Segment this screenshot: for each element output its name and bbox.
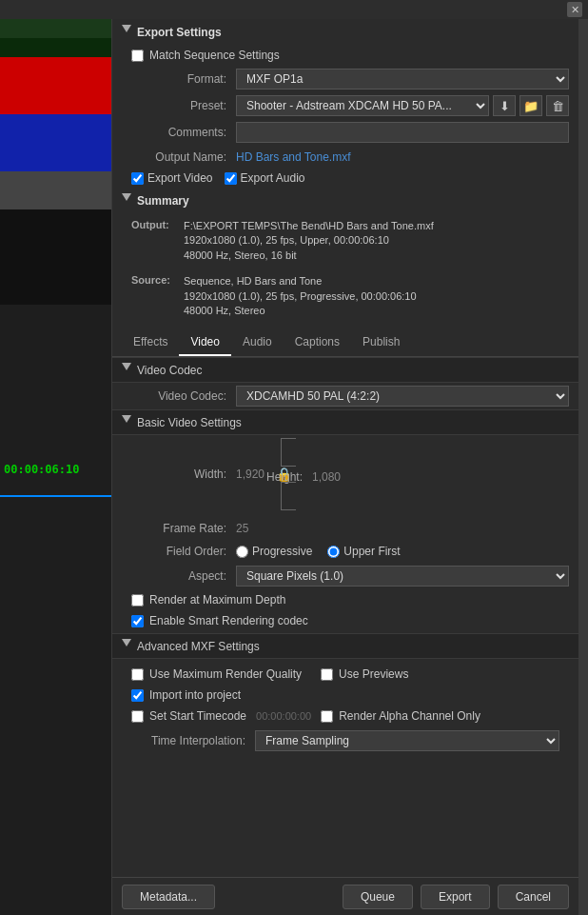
smart-rendering-label: Enable Smart Rendering codec — [149, 614, 308, 627]
export-settings-title: Export Settings — [137, 26, 222, 39]
export-video-label: Export Video — [147, 171, 213, 185]
export-button[interactable]: Export — [421, 885, 490, 909]
source-summary-label: Source: — [131, 274, 184, 318]
top-bar: ✕ — [0, 0, 588, 19]
tab-audio[interactable]: Audio — [231, 329, 284, 356]
video-preview — [0, 19, 111, 209]
comments-row: Comments: — [112, 119, 578, 146]
queue-button[interactable]: Queue — [343, 885, 413, 909]
import-project-label: Import into project — [149, 688, 241, 702]
render-max-depth-checkbox[interactable] — [131, 594, 144, 607]
export-audio-label: Export Audio — [241, 171, 305, 185]
adv-row1: Use Maximum Render Quality Use Previews — [131, 663, 569, 686]
export-audio-item: Export Audio — [225, 171, 305, 185]
width-label: Width: — [131, 467, 236, 481]
summary-title: Summary — [137, 194, 189, 208]
source-summary-value: Sequence, HD Bars and Tone 1920x1080 (1.… — [184, 274, 417, 318]
export-settings-header: Export Settings — [112, 19, 578, 45]
progressive-radio[interactable] — [236, 546, 248, 558]
time-interpolation-control: Frame Sampling Frame Blending Optical Fl… — [255, 730, 559, 751]
preset-delete-btn[interactable]: 🗑 — [546, 95, 569, 116]
frame-rate-value: 25 — [236, 522, 248, 535]
tabs-bar: Effects Video Audio Captions Publish — [112, 329, 578, 357]
main-panel: Export Settings Match Sequence Settings … — [112, 19, 578, 915]
set-start-timecode-label: Set Start Timecode — [149, 709, 246, 723]
render-alpha-label: Render Alpha Channel Only — [339, 709, 480, 723]
basic-video-title: Basic Video Settings — [137, 416, 242, 429]
export-checkboxes-row: Export Video Export Audio — [112, 169, 578, 188]
tab-video[interactable]: Video — [179, 329, 230, 356]
use-previews-checkbox[interactable] — [321, 668, 333, 681]
time-interpolation-row: Time Interpolation: Frame Sampling Frame… — [131, 727, 569, 754]
metadata-button[interactable]: Metadata... — [122, 885, 215, 909]
export-settings-toggle[interactable] — [122, 25, 131, 37]
video-codec-toggle[interactable] — [122, 363, 131, 375]
output-summary-value: F:\EXPORT TEMPS\The Bend\HD Bars and Ton… — [184, 219, 434, 263]
output-summary-label: Output: — [131, 219, 184, 263]
advanced-mxf-subsection: Advanced MXF Settings Use Maximum Render… — [112, 633, 578, 758]
match-sequence-row: Match Sequence Settings — [112, 45, 578, 66]
upper-first-radio[interactable] — [327, 546, 340, 558]
preset-select[interactable]: Shooter - Adstream XDCAM HD 50 PA... — [236, 95, 489, 116]
preset-import-btn[interactable]: 📁 — [519, 95, 542, 116]
match-sequence-checkbox[interactable] — [131, 50, 144, 62]
use-previews-label: Use Previews — [339, 667, 408, 681]
import-project-row: Import into project — [131, 686, 569, 705]
aspect-row: Aspect: Square Pixels (1.0) — [112, 563, 578, 589]
aspect-select[interactable]: Square Pixels (1.0) — [236, 566, 569, 587]
upper-first-radio-item: Upper First — [327, 545, 400, 558]
timecode-left: 00:00:06:10 — [4, 463, 79, 476]
time-interpolation-select[interactable]: Frame Sampling Frame Blending Optical Fl… — [255, 730, 559, 751]
source-summary-row: Source: Sequence, HD Bars and Tone 1920x… — [131, 272, 569, 320]
height-value: 1,080 — [312, 470, 341, 484]
summary-toggle[interactable] — [122, 193, 131, 206]
export-video-item: Export Video — [131, 171, 213, 185]
aspect-control: Square Pixels (1.0) — [236, 566, 569, 587]
export-audio-checkbox[interactable] — [225, 172, 237, 185]
basic-video-subsection: Basic Video Settings Width: 1,920 🔒 Heig… — [112, 409, 578, 633]
smart-rendering-checkbox[interactable] — [131, 615, 144, 627]
format-row: Format: MXF OP1a — [112, 66, 578, 92]
frame-rate-row: Frame Rate: 25 — [112, 517, 578, 540]
tab-publish[interactable]: Publish — [351, 329, 411, 356]
advanced-mxf-content: Use Maximum Render Quality Use Previews … — [112, 659, 578, 758]
close-button[interactable]: ✕ — [567, 2, 582, 17]
format-control: MXF OP1a — [236, 69, 569, 90]
cancel-button[interactable]: Cancel — [498, 885, 569, 909]
output-name-value[interactable]: HD Bars and Tone.mxf — [236, 150, 351, 164]
right-strip — [578, 19, 588, 915]
tab-effects[interactable]: Effects — [122, 329, 179, 356]
advanced-mxf-header: Advanced MXF Settings — [112, 633, 578, 659]
basic-video-header: Basic Video Settings — [112, 409, 578, 435]
comments-control — [236, 122, 569, 143]
video-codec-label: Video Codec: — [131, 389, 236, 403]
render-alpha-item: Render Alpha Channel Only — [321, 707, 480, 725]
progressive-label: Progressive — [252, 545, 312, 558]
comments-input[interactable] — [236, 122, 569, 143]
set-start-timecode-checkbox[interactable] — [131, 710, 144, 723]
video-codec-control: XDCAMHD 50 PAL (4:2:2) — [236, 386, 569, 407]
render-alpha-checkbox[interactable] — [321, 710, 333, 723]
basic-video-toggle[interactable] — [122, 415, 131, 428]
match-sequence-label: Match Sequence Settings — [149, 49, 280, 62]
tab-captions[interactable]: Captions — [284, 329, 351, 356]
format-label: Format: — [131, 72, 236, 86]
comments-label: Comments: — [131, 126, 236, 139]
advanced-mxf-toggle[interactable] — [122, 639, 131, 651]
adv-row3: Set Start Timecode 00:00:00:00 Render Al… — [131, 705, 569, 727]
export-video-checkbox[interactable] — [131, 172, 144, 185]
aspect-label: Aspect: — [131, 569, 236, 583]
format-select[interactable]: MXF OP1a — [236, 69, 569, 90]
smart-rendering-row: Enable Smart Rendering codec — [112, 610, 578, 633]
use-max-render-checkbox[interactable] — [131, 668, 144, 681]
import-project-checkbox[interactable] — [131, 689, 144, 702]
height-label: Height: — [236, 470, 312, 484]
preset-save-btn[interactable]: ⬇ — [493, 95, 516, 116]
video-codec-title: Video Codec — [137, 364, 203, 377]
video-codec-select[interactable]: XDCAMHD 50 PAL (4:2:2) — [236, 386, 569, 407]
time-interpolation-label: Time Interpolation: — [131, 734, 255, 747]
right-actions: Queue Export Cancel — [343, 885, 569, 909]
frame-rate-label: Frame Rate: — [131, 522, 236, 535]
render-max-depth-row: Render at Maximum Depth — [112, 589, 578, 610]
field-order-row: Field Order: Progressive Upper First — [112, 540, 578, 563]
